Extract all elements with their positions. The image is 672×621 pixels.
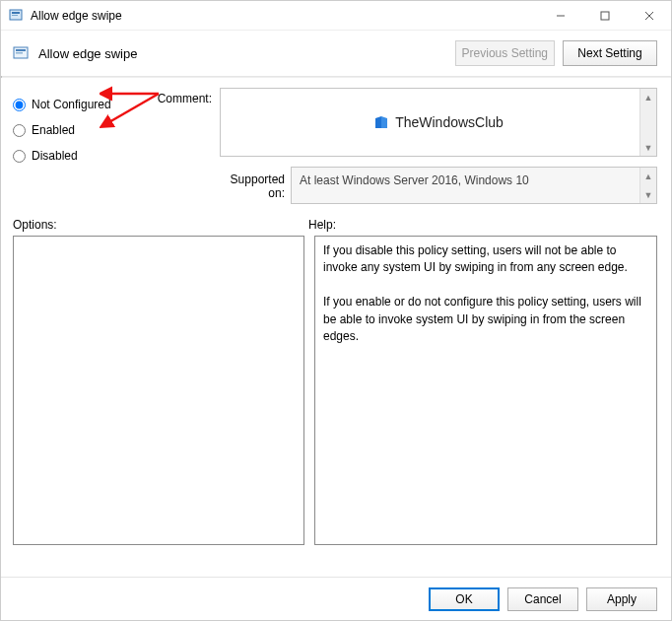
panes: If you disable this policy setting, user… xyxy=(1,236,671,555)
svg-marker-12 xyxy=(375,116,381,128)
radio-label: Not Configured xyxy=(32,98,111,111)
header: Allow edge swipe Previous Setting Next S… xyxy=(1,31,671,76)
minimize-button[interactable] xyxy=(538,1,582,31)
scroll-down-icon[interactable]: ▼ xyxy=(640,139,656,156)
scroll-up-icon[interactable]: ▲ xyxy=(640,89,656,105)
scroll-up-icon[interactable]: ▲ xyxy=(640,168,656,184)
supported-on-field: At least Windows Server 2016, Windows 10… xyxy=(291,167,657,204)
window-title: Allow edge swipe xyxy=(31,9,538,23)
svg-rect-1 xyxy=(12,12,20,14)
scrollbar[interactable]: ▲ ▼ xyxy=(639,168,656,203)
policy-icon xyxy=(13,44,31,62)
help-paragraph: If you enable or do not configure this p… xyxy=(323,294,648,345)
close-button[interactable] xyxy=(627,1,671,31)
svg-rect-9 xyxy=(16,52,23,54)
comment-textarea[interactable]: TheWindowsClub ▲ ▼ xyxy=(220,88,657,157)
svg-marker-13 xyxy=(381,116,387,128)
radio-label: Disabled xyxy=(32,149,78,163)
radio-not-configured[interactable]: Not Configured xyxy=(13,92,139,117)
radio-not-configured-input[interactable] xyxy=(13,99,26,111)
help-label: Help: xyxy=(308,218,336,232)
help-paragraph: If you disable this policy setting, user… xyxy=(323,242,648,277)
watermark: TheWindowsClub xyxy=(221,89,656,156)
config-area: Not Configured Enabled Disabled Comment:… xyxy=(1,78,671,212)
comment-label: Comment: xyxy=(147,88,212,204)
previous-setting-button[interactable]: Previous Setting xyxy=(455,40,555,66)
radio-label: Enabled xyxy=(32,123,75,137)
logo-icon xyxy=(373,114,389,130)
svg-rect-2 xyxy=(12,15,18,16)
policy-icon xyxy=(9,8,25,24)
ok-button[interactable]: OK xyxy=(429,587,500,611)
maximize-button[interactable] xyxy=(582,1,627,31)
apply-button[interactable]: Apply xyxy=(586,587,657,611)
scroll-down-icon[interactable]: ▼ xyxy=(640,186,656,203)
state-radio-group: Not Configured Enabled Disabled xyxy=(13,88,139,204)
footer: OK Cancel Apply xyxy=(1,577,671,620)
options-label: Options: xyxy=(13,218,308,232)
supported-on-value: At least Windows Server 2016, Windows 10 xyxy=(300,173,529,187)
titlebar: Allow edge swipe xyxy=(1,1,671,31)
options-pane xyxy=(13,236,304,545)
next-setting-button[interactable]: Next Setting xyxy=(563,40,657,66)
policy-title: Allow edge swipe xyxy=(38,46,447,61)
svg-rect-4 xyxy=(601,12,609,20)
radio-disabled-input[interactable] xyxy=(13,150,26,163)
svg-rect-8 xyxy=(16,49,26,51)
scrollbar[interactable]: ▲ ▼ xyxy=(639,89,656,156)
radio-enabled-input[interactable] xyxy=(13,124,26,137)
cancel-button[interactable]: Cancel xyxy=(507,587,578,611)
help-pane: If you disable this policy setting, user… xyxy=(314,236,657,545)
pane-labels: Options: Help: xyxy=(1,212,671,236)
watermark-text: TheWindowsClub xyxy=(395,114,504,130)
radio-disabled[interactable]: Disabled xyxy=(13,143,139,169)
supported-on-label: Supported on: xyxy=(220,167,285,200)
radio-enabled[interactable]: Enabled xyxy=(13,117,139,143)
